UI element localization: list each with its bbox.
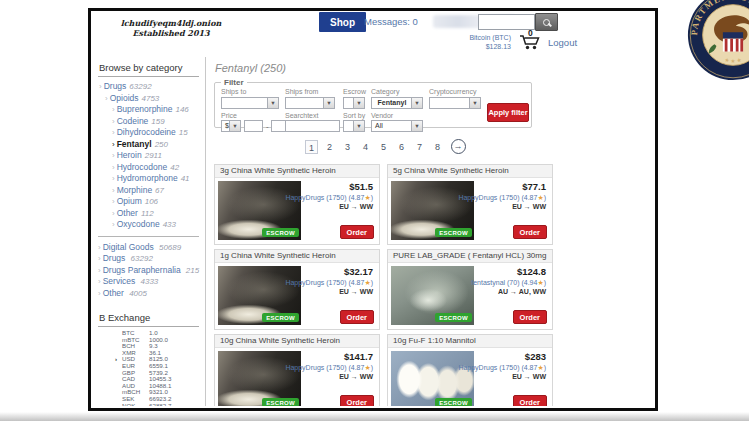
vendor-rating-line[interactable]: HappyDrugs (1750) (4.87★) xyxy=(285,194,373,202)
page-button-5[interactable]: 5 xyxy=(377,140,390,154)
product-title[interactable]: 3g China White Synthetic Heroin xyxy=(215,165,379,178)
main-content: Fentanyl (250) Filter Ships to ▼ Ships f… xyxy=(207,57,655,406)
escrow-select[interactable]: ▼ xyxy=(343,97,365,109)
product-title[interactable]: 10g China White Synthetic Heroin xyxy=(215,335,379,348)
filter-panel: Filter Ships to ▼ Ships from ▼ Escrow ▼ … xyxy=(214,78,532,128)
vendor-rating-line[interactable]: HappyDrugs (1750) (4.87★) xyxy=(285,279,373,287)
product-price: $141.7 xyxy=(344,351,373,362)
ships-to-select[interactable]: ▼ xyxy=(221,97,279,109)
sidebar-section-other[interactable]: ›Other 4005 xyxy=(98,288,200,300)
search-input[interactable] xyxy=(478,14,535,30)
price-currency-select[interactable]: $▼ xyxy=(221,120,241,132)
sidebar-item-opioids[interactable]: ›Opioids4753 xyxy=(98,93,205,105)
product-image[interactable]: ESCROW xyxy=(218,351,301,406)
category-link[interactable]: Dihydrocodeine xyxy=(117,127,176,137)
sidebar-item-fentanyl[interactable]: ›Fentanyl250 xyxy=(98,139,205,151)
sort-by-select[interactable]: ▼ xyxy=(343,120,365,132)
category-link[interactable]: Morphine xyxy=(117,185,152,195)
sidebar-item-buprenorphine[interactable]: ›Buprenorphine146 xyxy=(98,104,205,116)
product-title[interactable]: 10g Fu-F 1:10 Mannitol xyxy=(388,335,552,348)
page-button-1[interactable]: 1 xyxy=(305,140,318,154)
shop-button[interactable]: Shop xyxy=(319,12,366,32)
vendor-name-rating: HappyDrugs (1750) (4.87 xyxy=(458,194,537,201)
searchtext-input[interactable] xyxy=(285,120,340,132)
section-link[interactable]: Drugs Paraphernalia xyxy=(103,265,181,275)
order-button[interactable]: Order xyxy=(513,310,547,324)
category-link[interactable]: Codeine xyxy=(117,116,149,126)
product-image[interactable]: ESCROW xyxy=(391,181,474,240)
product-image[interactable]: ESCROW xyxy=(218,181,301,240)
category-link[interactable]: Heroin xyxy=(117,150,142,160)
sidebar-item-dihydrocodeine[interactable]: ›Dihydrocodeine15 xyxy=(98,127,205,139)
sidebar-section-drugs-paraphernalia[interactable]: ›Drugs Paraphernalia 215 xyxy=(98,265,200,277)
vendor-rating-line[interactable]: HappyDrugs (1750) (4.87★) xyxy=(458,194,546,202)
sidebar-item-drugs[interactable]: ›Drugs63292 xyxy=(98,81,205,93)
order-button[interactable]: Order xyxy=(340,310,374,324)
sidebar-item-oxycodone[interactable]: ›Oxycodone433 xyxy=(98,219,205,231)
apply-filter-button[interactable]: Apply filter xyxy=(487,103,529,122)
product-image[interactable]: ESCROW xyxy=(391,266,474,325)
category-count: 4753 xyxy=(142,94,160,103)
product-title[interactable]: PURE LAB_GRADE ( Fentanyl HCL) 30mg xyxy=(388,250,552,263)
page-button-6[interactable]: 6 xyxy=(395,140,408,154)
section-link[interactable]: Services xyxy=(103,276,136,286)
cryptocurrency-select[interactable]: ▼ xyxy=(429,97,481,109)
vendor-rating-line[interactable]: fentastynal (70) (4.94★) xyxy=(471,279,546,287)
browser-screenshot-frame: lchudifyeqm4ldj.onion Established 2013 S… xyxy=(88,8,658,411)
section-link[interactable]: Digital Goods xyxy=(103,242,154,252)
page-button-7[interactable]: 7 xyxy=(413,140,426,154)
category-link[interactable]: Hydrocodone xyxy=(117,162,168,172)
page-button-2[interactable]: 2 xyxy=(323,140,336,154)
category-link[interactable]: Buprenorphine xyxy=(117,104,173,114)
product-image[interactable]: ESCROW xyxy=(218,266,301,325)
page-button-4[interactable]: 4 xyxy=(359,140,372,154)
sidebar-item-hydrocodone[interactable]: ›Hydrocodone42 xyxy=(98,162,205,174)
section-link[interactable]: Other xyxy=(103,288,124,298)
category-link[interactable]: Opium xyxy=(117,196,142,206)
search-button[interactable] xyxy=(535,13,558,31)
category-link[interactable]: Hydromorphone xyxy=(117,173,178,183)
vendor-rating-line[interactable]: HappyDrugs (1750) (4.87★) xyxy=(458,364,546,372)
category-link[interactable]: Oxycodone xyxy=(117,219,160,229)
messages-link[interactable]: Messages: 0 xyxy=(364,16,418,27)
category-link[interactable]: Fentanyl xyxy=(117,139,152,149)
category-link[interactable]: Drugs xyxy=(104,81,127,91)
cart-button[interactable]: 0 xyxy=(518,31,544,53)
page-button-3[interactable]: 3 xyxy=(341,140,354,154)
ships-from-label: Ships from xyxy=(285,88,318,95)
section-link[interactable]: Drugs xyxy=(103,253,126,263)
category-link[interactable]: Other xyxy=(117,208,138,218)
sidebar-section-digital-goods[interactable]: ›Digital Goods 50689 xyxy=(98,242,200,254)
category-link[interactable]: Opioids xyxy=(110,93,139,103)
shield-icon xyxy=(723,32,743,51)
ships-from-select[interactable]: ▼ xyxy=(285,97,335,109)
category-select[interactable]: Fentanyl▼ xyxy=(371,97,423,109)
sidebar-section-services[interactable]: ›Services 4333 xyxy=(98,276,200,288)
shipping-route: EU → WW xyxy=(339,288,373,295)
sidebar-item-heroin[interactable]: ›Heroin2911 xyxy=(98,150,205,162)
sidebar-item-hydromorphone[interactable]: ›Hydromorphone41 xyxy=(98,173,205,185)
product-title[interactable]: 5g China White Synthetic Heroin xyxy=(388,165,552,178)
sidebar-section-drugs[interactable]: ›Drugs 63292 xyxy=(98,253,200,265)
next-page-button[interactable]: → xyxy=(451,139,466,154)
order-button[interactable]: Order xyxy=(513,225,547,239)
price-min-input[interactable] xyxy=(244,120,263,132)
product-price: $124.8 xyxy=(517,266,546,277)
escrow-badge: ESCROW xyxy=(435,228,472,237)
product-image[interactable]: ESCROW xyxy=(391,351,474,406)
logout-link[interactable]: Logout xyxy=(548,37,577,48)
sidebar-item-other[interactable]: ›Other112 xyxy=(98,208,205,220)
sidebar-item-morphine[interactable]: ›Morphine67 xyxy=(98,185,205,197)
order-button[interactable]: Order xyxy=(340,225,374,239)
vendor-select[interactable]: All▼ xyxy=(371,120,423,132)
order-button[interactable]: Order xyxy=(340,395,374,406)
rating-close: ) xyxy=(371,279,373,286)
product-title[interactable]: 1g China White Synthetic Heroin xyxy=(215,250,379,263)
page-button-8[interactable]: 8 xyxy=(431,140,444,154)
sidebar-item-opium[interactable]: ›Opium106 xyxy=(98,196,205,208)
order-button[interactable]: Order xyxy=(513,395,547,406)
category-select-value: Fentanyl xyxy=(378,99,407,106)
shipping-route: EU → WW xyxy=(512,203,546,210)
sidebar-item-codeine[interactable]: ›Codeine159 xyxy=(98,116,205,128)
vendor-rating-line[interactable]: HappyDrugs (1750) (4.87★) xyxy=(285,364,373,372)
